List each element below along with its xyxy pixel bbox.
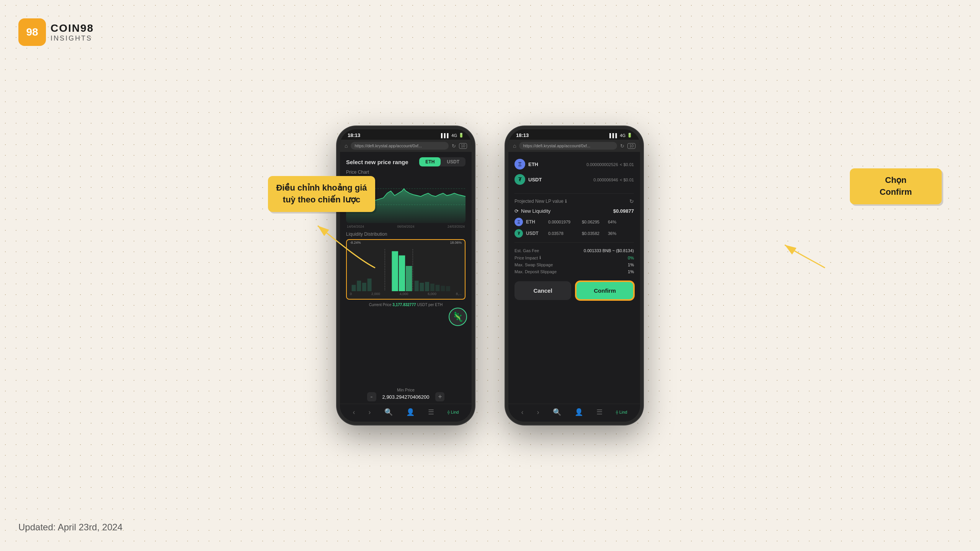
bar-chart-labels: -8.24% 18.06% xyxy=(347,240,465,245)
lind-label-2: Lind xyxy=(619,410,627,414)
token-info-eth: Ξ ETH xyxy=(514,159,538,170)
svg-rect-7 xyxy=(399,256,405,292)
bottom-nav-2: ‹ › 🔍 👤 ☰ ⟠ Lind xyxy=(508,404,640,422)
projected-label: Projected New LP value ℹ xyxy=(514,199,567,204)
current-price-unit: USDT per ETH xyxy=(417,303,443,307)
bar-chart-area xyxy=(347,245,465,291)
svg-rect-5 xyxy=(368,279,372,291)
svg-rect-9 xyxy=(415,281,419,292)
svg-rect-13 xyxy=(436,285,440,292)
network-1: 4G xyxy=(451,133,457,138)
tooltip1-line2: tuỳ theo chiến lược xyxy=(283,195,360,204)
nav-user-2[interactable]: 👤 xyxy=(575,408,583,416)
confirm-button[interactable]: Confirm xyxy=(576,281,634,300)
updated-text: Updated: April 23rd, 2024 xyxy=(18,522,122,533)
highlight-bar-box: -8.24% 18.06% xyxy=(346,239,466,300)
price-stepper: - 2,903.294270406200 + xyxy=(346,392,466,401)
tab-count-2[interactable]: 10 xyxy=(627,143,635,149)
new-liquidity-value: $0.09877 xyxy=(613,208,634,214)
projected-refresh[interactable]: ↻ xyxy=(629,198,634,204)
svg-rect-11 xyxy=(425,282,429,291)
usdt-toggle-btn[interactable]: USDT xyxy=(441,157,466,166)
signal-icon-2: ▌▌▌ xyxy=(609,133,618,138)
nav-search-2[interactable]: 🔍 xyxy=(553,408,561,416)
svg-rect-15 xyxy=(446,286,450,291)
info-icon: ℹ xyxy=(565,199,567,204)
refresh-icon-2[interactable]: ↻ xyxy=(620,143,624,149)
price-impact-row: Price Impact ℹ 0% xyxy=(514,254,634,261)
nav-menu-2[interactable]: ☰ xyxy=(596,408,603,416)
svg-rect-14 xyxy=(441,286,445,291)
liquidity-cycle-icon: ⟳ xyxy=(514,208,519,214)
plus-btn[interactable]: + xyxy=(435,392,444,401)
min-price-section: Min Price - 2,903.294270406200 + xyxy=(340,385,472,404)
deposit-slippage-label: Max. Deposit Slippage xyxy=(514,269,557,274)
current-price-label: Current Price xyxy=(369,303,392,307)
nav-back-1[interactable]: ‹ xyxy=(353,408,355,416)
nav-lind-2[interactable]: ⟠ Lind xyxy=(616,410,627,415)
eth-name: ETH xyxy=(528,161,538,167)
signal-icon-1: ▌▌▌ xyxy=(441,133,450,138)
bottom-nav-1: ‹ › 🔍 👤 ☰ ⟠ Lind xyxy=(340,404,472,422)
nav-back-2[interactable]: ‹ xyxy=(521,408,524,416)
nav-forward-2[interactable]: › xyxy=(537,408,539,416)
eth-usd-val: < $0.01 xyxy=(620,162,634,167)
nav-search-1[interactable]: 🔍 xyxy=(384,408,393,416)
browser-url-1[interactable]: https://defi.krystal.app/account/0xf... xyxy=(351,142,448,150)
nav-lind-1[interactable]: ⟠ Lind xyxy=(448,410,459,415)
home-icon-1[interactable]: ⌂ xyxy=(345,143,348,149)
browser-url-2[interactable]: https://defi.krystal.app/account/0xf... xyxy=(519,142,617,150)
token-list: Ξ ETH 0.000000002526 < $0.01 ₮ USDT xyxy=(508,152,640,192)
tooltip1-line1: Điều chỉnh khoảng giá xyxy=(276,183,367,192)
gas-fee-row: Est. Gas Fee 0.001333 BNB ~ ($0.8134) xyxy=(514,247,634,254)
projected-section: Projected New LP value ℹ ↻ xyxy=(508,195,640,206)
current-price-value: 3,177.832777 xyxy=(392,303,416,307)
liquidity-dist-label: Liquidity Distribution xyxy=(346,231,466,237)
token-row-eth: Ξ ETH 0.000000002526 < $0.01 xyxy=(514,156,634,172)
swap-slippage-row: Max. Swap Slippage 1% xyxy=(514,261,634,268)
refresh-icon-1[interactable]: ↻ xyxy=(452,143,456,149)
token-info-usdt: ₮ USDT xyxy=(514,174,542,185)
right-pct: 18.06% xyxy=(450,241,462,245)
new-liquidity-row: ⟳ New Liquidity $0.09877 xyxy=(508,206,640,216)
nav-menu-1[interactable]: ☰ xyxy=(428,408,434,416)
usdt-detail-icon: ₮ xyxy=(514,229,523,238)
min-price-label: Min Price xyxy=(346,388,466,392)
phones-container: 18:13 ▌▌▌ 4G 🔋 ⌂ https://defi.krystal.ap… xyxy=(337,126,643,425)
cancel-button[interactable]: Cancel xyxy=(514,281,571,300)
action-buttons: Cancel Confirm xyxy=(508,277,640,305)
status-time-1: 18:13 xyxy=(348,132,360,138)
status-bar-1: 18:13 ▌▌▌ 4G 🔋 xyxy=(340,129,472,140)
home-icon-2[interactable]: ⌂ xyxy=(513,143,516,149)
nav-user-1[interactable]: 👤 xyxy=(406,408,415,416)
usdt-amounts: 0.000006946 < $0.01 xyxy=(593,176,634,183)
swap-slippage-label: Max. Swap Slippage xyxy=(514,262,553,267)
logo-coin98: COIN98 xyxy=(51,22,94,34)
eth-toggle-btn[interactable]: ETH xyxy=(419,157,441,166)
nav-forward-1[interactable]: › xyxy=(369,408,371,416)
browser-bar-2: ⌂ https://defi.krystal.app/account/0xf..… xyxy=(508,140,640,152)
gas-fee-label: Est. Gas Fee xyxy=(514,248,539,253)
tooltip2-line2: Confirm xyxy=(880,187,912,197)
new-liquidity-label: ⟳ New Liquidity xyxy=(514,208,550,214)
token-detail-usdt: ₮ USDT 0.03578 $0.03582 36% xyxy=(508,228,640,239)
usdt-detail-name: USDT xyxy=(526,231,545,236)
status-time-2: 18:13 xyxy=(516,132,529,138)
svg-rect-3 xyxy=(357,281,361,292)
minus-btn[interactable]: - xyxy=(367,392,376,401)
usdt-detail-pct: 36% xyxy=(608,231,616,236)
eth-detail-icon: Ξ xyxy=(514,218,523,226)
usdt-name: USDT xyxy=(528,177,542,183)
lind-label-1: Lind xyxy=(451,410,459,414)
token-toggle: ETH USDT xyxy=(419,157,466,166)
price-range-title: Select new price range xyxy=(346,159,408,165)
tooltip-1: Điều chỉnh khoảng giá tuỳ theo chiến lượ… xyxy=(268,176,375,212)
impact-info-icon: ℹ xyxy=(539,255,541,260)
svg-rect-10 xyxy=(420,283,424,291)
divider-1 xyxy=(514,193,634,194)
projected-text: Projected New LP value xyxy=(514,199,564,204)
deposit-slippage-value: 1% xyxy=(628,269,634,274)
tab-count-1[interactable]: 10 xyxy=(459,143,467,149)
phone2-content: Ξ ETH 0.000000002526 < $0.01 ₮ USDT xyxy=(508,152,640,404)
eth-detail-usd: $0.06295 xyxy=(582,220,605,224)
